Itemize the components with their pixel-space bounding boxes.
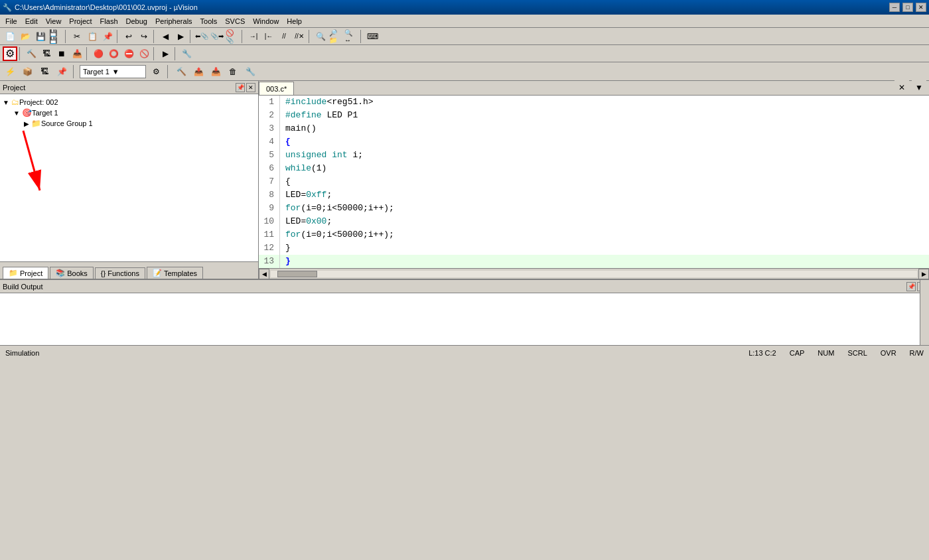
tb-findreplace[interactable]: 🔍↔: [344, 29, 358, 44]
tab-functions[interactable]: {} Functions: [95, 267, 145, 279]
build-output-vscroll[interactable]: [920, 280, 929, 345]
tb-find[interactable]: 🔍: [313, 29, 328, 44]
code-line-4: 4 {: [259, 135, 929, 149]
tab-templates[interactable]: 📝 Templates: [147, 267, 203, 279]
tb-rebuild[interactable]: 🏗: [39, 46, 54, 61]
menu-flash[interactable]: Flash: [96, 16, 122, 27]
build-output-header: Build Output 📌 ✕: [0, 280, 929, 293]
tb-copy[interactable]: 📋: [85, 29, 100, 44]
menu-tools[interactable]: Tools: [196, 16, 222, 27]
tb-t3[interactable]: 🏗: [37, 64, 52, 79]
project-panel-title: Project: [3, 84, 25, 92]
toolbar-2: ⚙ 🔨 🏗 ⏹ 📥 🔴 ⭕ ⛔ 🚫 ▶ 🔧: [0, 45, 929, 62]
tb-open[interactable]: 📂: [18, 29, 33, 44]
menu-bar: File Edit View Project Flash Debug Perip…: [0, 15, 929, 28]
tb-redo[interactable]: ↪: [137, 29, 151, 44]
tb-bookmark-next[interactable]: 📎➡: [210, 29, 224, 44]
tb-ext4[interactable]: 🗑: [226, 64, 240, 79]
tb-ext5[interactable]: 🔧: [243, 64, 257, 79]
menu-view[interactable]: View: [42, 16, 66, 27]
tb-settings[interactable]: 🔧: [179, 46, 194, 61]
close-button[interactable]: ✕: [916, 3, 926, 12]
tb-bp-disable[interactable]: ⭕: [106, 46, 121, 61]
tree-target[interactable]: ▼ 🎯 Target 1: [3, 107, 255, 118]
menu-debug[interactable]: Debug: [122, 16, 151, 27]
sep8: [19, 47, 22, 60]
status-position: L:13 C:2: [749, 349, 776, 357]
tb-indent[interactable]: →|: [246, 29, 261, 44]
project-panel-pin[interactable]: 📌: [236, 83, 245, 92]
menu-svcs[interactable]: SVCS: [221, 16, 249, 27]
tb-bp-clear[interactable]: 🚫: [137, 46, 151, 61]
tb-new[interactable]: 📄: [3, 29, 17, 44]
tree-source-group[interactable]: ▶ 📁 Source Group 1: [3, 118, 255, 129]
main-content: Project 📌 ✕ ▼ 🗂 Project: 002 ▼ 🎯 Target: [0, 81, 929, 345]
menu-help[interactable]: Help: [283, 16, 306, 27]
code-line-9: 9 for(i=0;i<50000;i++);: [259, 202, 929, 215]
minimize-button[interactable]: ─: [889, 3, 900, 12]
tb-paste[interactable]: 📌: [100, 29, 115, 44]
window-title: C:\Users\Administrator\Desktop\001\002.u…: [15, 3, 198, 11]
hscroll-thumb[interactable]: [277, 271, 317, 277]
code-lines: 1 #include<reg51.h> 2 #define LED P1 3 m…: [259, 96, 929, 268]
code-line-12: 12 }: [259, 242, 929, 255]
tb-save[interactable]: 💾: [33, 29, 48, 44]
tb-viewcmd[interactable]: ⌨: [365, 29, 380, 44]
tb-cut[interactable]: ✂: [70, 29, 84, 44]
tb-bookmark-prev[interactable]: ⬅📎: [194, 29, 209, 44]
menu-window[interactable]: Window: [249, 16, 283, 27]
tb-bp-kill[interactable]: ⛔: [121, 46, 136, 61]
menu-peripherals[interactable]: Peripherals: [151, 16, 196, 27]
hscroll-track[interactable]: [271, 271, 917, 277]
tb-unindent[interactable]: |←: [261, 29, 276, 44]
tb-undo[interactable]: ↩: [121, 29, 136, 44]
menu-project[interactable]: Project: [65, 16, 96, 27]
tb-uncomment[interactable]: //✕: [292, 29, 307, 44]
tree-root[interactable]: ▼ 🗂 Project: 002: [3, 97, 255, 107]
editor-tabs: 003.c*: [259, 82, 294, 95]
tb-build[interactable]: 🔨: [24, 46, 38, 61]
tb-t4[interactable]: 📌: [54, 64, 69, 79]
editor-dropdown[interactable]: ▼: [912, 80, 926, 95]
menu-file[interactable]: File: [1, 16, 21, 27]
menu-edit[interactable]: Edit: [21, 16, 42, 27]
tb-target-mgr[interactable]: ⚙: [149, 64, 163, 79]
status-sections: L:13 C:2 CAP NUM SCRL OVR R/W: [749, 349, 924, 357]
tb-comment[interactable]: //: [277, 29, 291, 44]
editor-tab-003c[interactable]: 003.c*: [259, 82, 294, 95]
tb-nav-prev[interactable]: ◀: [158, 29, 173, 44]
editor-close-all[interactable]: ✕: [894, 80, 909, 95]
build-output-pin[interactable]: 📌: [906, 282, 916, 291]
toolbar-1: 📄 📂 💾 💾💾 ✂ 📋 📌 ↩ ↪ ◀ ▶ ⬅📎 📎➡ 🚫📎 →| |← //…: [0, 28, 929, 45]
tb-target-options[interactable]: ⚙: [3, 46, 17, 61]
tb-t1[interactable]: ⚡: [3, 64, 17, 79]
tab-books-icon: 📚: [56, 269, 65, 277]
tb-findinfiles[interactable]: 🔎📁: [328, 29, 343, 44]
tb-stop[interactable]: ⏹: [54, 46, 69, 61]
hscroll-left[interactable]: ◀: [259, 269, 269, 279]
project-panel-header: Project 📌 ✕: [0, 81, 258, 94]
hscroll-right[interactable]: ▶: [918, 269, 929, 279]
build-output-area: Build Output 📌 ✕: [0, 279, 929, 345]
sep5: [242, 30, 244, 43]
tab-books[interactable]: 📚 Books: [50, 267, 94, 279]
sep11: [175, 47, 177, 60]
code-line-5: 5 unsigned int i;: [259, 149, 929, 162]
tb-ext2[interactable]: 📤: [191, 64, 206, 79]
tb-nav-next[interactable]: ▶: [173, 29, 188, 44]
tb-run[interactable]: ▶: [158, 46, 173, 61]
tb-t2[interactable]: 📦: [20, 64, 35, 79]
target-select[interactable]: Target 1 ▼: [80, 65, 146, 78]
tab-project[interactable]: 📁 Project: [3, 267, 48, 279]
tb-ext1[interactable]: 🔨: [174, 64, 188, 79]
tb-ext3[interactable]: 📥: [208, 64, 223, 79]
status-ovr: OVR: [881, 349, 896, 357]
code-line-8: 8 LED=0xff;: [259, 188, 929, 202]
project-panel-close[interactable]: ✕: [246, 83, 255, 92]
code-editor[interactable]: 1 #include<reg51.h> 2 #define LED P1 3 m…: [259, 96, 929, 268]
maximize-button[interactable]: □: [902, 3, 913, 12]
tb-bp-enable[interactable]: 🔴: [91, 46, 106, 61]
tb-bookmark-clear[interactable]: 🚫📎: [225, 29, 240, 44]
tb-download[interactable]: 📥: [70, 46, 84, 61]
tb-saveall[interactable]: 💾💾: [48, 29, 63, 44]
